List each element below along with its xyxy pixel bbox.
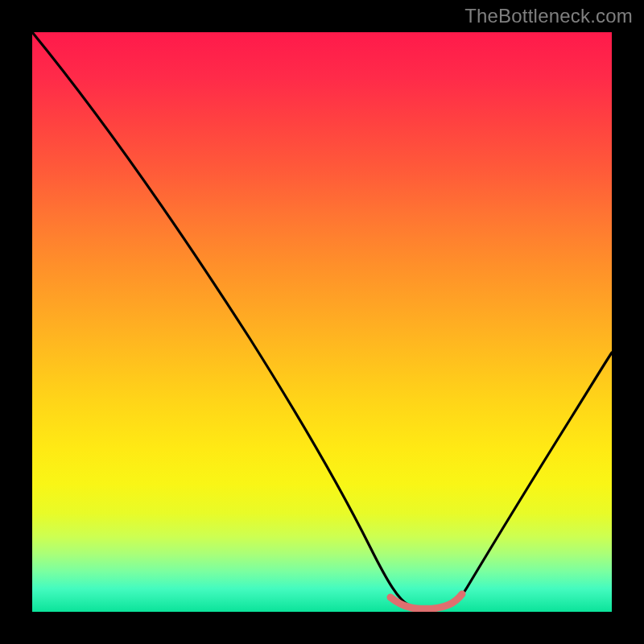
plot-area [32,32,612,612]
bottleneck-curve [32,32,612,609]
watermark-text: TheBottleneck.com [464,5,633,27]
curve-layer [32,32,612,612]
chart-canvas: TheBottleneck.com [0,0,644,644]
bottom-highlight [390,594,462,609]
